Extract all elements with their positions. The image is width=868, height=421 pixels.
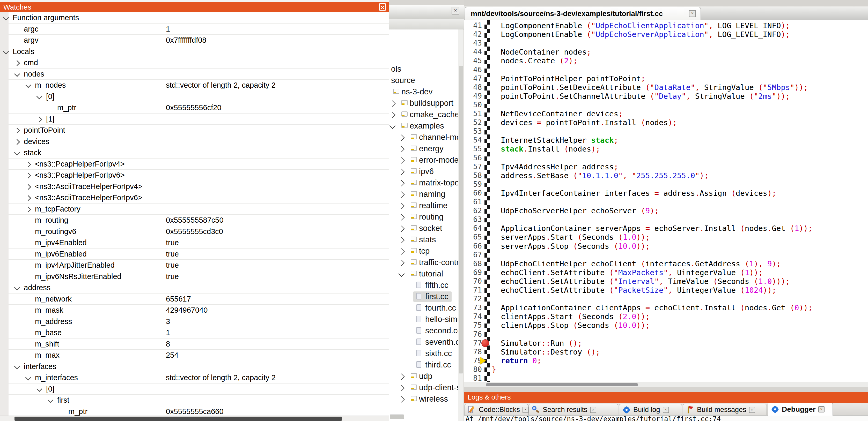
watch-row[interactable]: stack [8, 147, 389, 159]
watch-row[interactable]: m_base1 [8, 327, 389, 338]
watch-row[interactable]: argc1 [8, 24, 389, 35]
code-line[interactable]: 42 LogComponentEnable ("UdpEchoServerApp… [464, 30, 868, 39]
code-line[interactable]: 43 [464, 39, 868, 47]
code-text[interactable]: return 0; [492, 356, 541, 365]
watch-row[interactable]: <ns3::AsciiTraceHelperForIpv4> [8, 181, 389, 192]
close-icon[interactable]: × [379, 3, 386, 10]
line-number[interactable]: 42 [464, 30, 482, 39]
watch-row[interactable]: m_shift8 [8, 338, 389, 350]
code-line[interactable]: 74 clientApps.Start (Seconds (2.0)); [464, 312, 868, 321]
tree-item-first-cc[interactable]: first.cc [389, 291, 458, 302]
line-number[interactable]: 74 [464, 312, 482, 321]
line-number[interactable]: 64 [464, 224, 482, 233]
tree-item-error-model[interactable]: error-model [389, 154, 458, 166]
code-line[interactable]: 60 Ipv4InterfaceContainer interfaces = a… [464, 189, 868, 198]
code-line[interactable]: 58 address.SetBase ("10.1.1.0", "255.255… [464, 171, 868, 180]
watch-row[interactable]: [1] [8, 114, 389, 125]
tree-item-udp[interactable]: udp [389, 370, 458, 382]
code-line[interactable]: 52 devices = pointToPoint.Install (nodes… [464, 118, 868, 127]
watch-row[interactable]: <ns3::PcapHelperForIpv6> [8, 170, 389, 181]
watch-row[interactable]: m_address3 [8, 316, 389, 327]
code-line[interactable]: 81 [464, 374, 868, 382]
log-tab-build-messages[interactable]: Build messages× [683, 404, 767, 415]
code-text[interactable]: address.SetBase ("10.1.1.0", "255.255.25… [492, 171, 709, 180]
code-line[interactable]: 65 serverApps.Start (Seconds (1.0)); [464, 233, 868, 241]
code-line[interactable]: 55 stack.Install (nodes); [464, 144, 868, 153]
line-number[interactable]: 51 [464, 109, 482, 118]
close-icon[interactable]: × [818, 406, 825, 413]
line-number[interactable]: 63 [464, 215, 482, 224]
line-number[interactable]: 54 [464, 136, 482, 144]
watch-row[interactable]: Function arguments [8, 12, 389, 24]
watch-row[interactable]: m_ptr0x5555555ca660 [8, 406, 389, 416]
code-line[interactable]: 71 echoClient.SetAttribute ("PacketSize"… [464, 286, 868, 295]
chevron-right-icon[interactable] [36, 117, 42, 122]
line-number[interactable]: 58 [464, 171, 482, 180]
watches-hscrollbar[interactable] [0, 416, 389, 421]
tree-item-realtime[interactable]: realtime [389, 200, 458, 211]
chevron-right-icon[interactable] [398, 157, 404, 163]
watch-row[interactable]: m_routing0x555555587c50 [8, 215, 389, 226]
tree-item-socket[interactable]: socket [389, 223, 458, 234]
chevron-right-icon[interactable] [398, 385, 404, 391]
line-number[interactable]: 60 [464, 189, 482, 198]
tree-item-examples[interactable]: examples [389, 120, 458, 132]
chevron-right-icon[interactable] [14, 139, 20, 145]
tree-item-buildsupport[interactable]: buildsupport [389, 97, 458, 109]
tree-item-tcp[interactable]: tcp [389, 246, 458, 257]
chevron-down-icon[interactable] [398, 270, 404, 277]
watch-row[interactable]: nodes [8, 68, 389, 80]
code-line[interactable]: 59 [464, 180, 868, 189]
chevron-down-icon[interactable] [25, 82, 31, 88]
watch-row[interactable]: interfaces [8, 361, 389, 373]
tree-item-fifth-cc[interactable]: fifth.cc [389, 280, 458, 291]
code-text[interactable]: echoClient.SetAttribute ("PacketSize", U… [492, 286, 776, 295]
chevron-right-icon[interactable] [398, 226, 404, 232]
watch-row[interactable]: [0] [8, 384, 389, 395]
tree-item-third-cc[interactable]: third.cc [389, 359, 458, 370]
watch-row[interactable]: <ns3::PcapHelperForIpv4> [8, 159, 389, 170]
line-number[interactable]: 55 [464, 144, 482, 153]
chevron-down-icon[interactable] [14, 150, 20, 156]
code-line[interactable]: 57 Ipv4AddressHelper address; [464, 162, 868, 171]
editor-hscrollbar[interactable] [464, 382, 868, 387]
watch-row[interactable]: m_ipv4ArpJitterEnabledtrue [8, 260, 389, 271]
chevron-right-icon[interactable] [398, 203, 404, 209]
line-number[interactable]: 56 [464, 154, 482, 162]
tree-item-matrix-topolo[interactable]: matrix-topolo [389, 177, 458, 189]
tree-vscrollbar[interactable] [458, 30, 464, 421]
code-text[interactable]: clientApps.Stop (Seconds (10.0)); [492, 321, 650, 330]
line-number[interactable]: 62 [464, 206, 482, 215]
code-line[interactable]: 77 Simulator::Run (); [464, 339, 868, 348]
code-line[interactable]: 62 UdpEchoServerHelper echoServer (9); [464, 206, 868, 215]
code-text[interactable]: devices = pointToPoint.Install (nodes); [492, 118, 677, 127]
scrollbar-thumb[interactable] [486, 383, 638, 386]
chevron-down-icon[interactable] [389, 123, 396, 129]
line-number[interactable]: 76 [464, 330, 482, 339]
chevron-right-icon[interactable] [398, 134, 404, 141]
tree-item-channel-mod[interactable]: channel-mod [389, 132, 458, 143]
code-line[interactable]: 54 InternetStackHelper stack; [464, 136, 868, 144]
code-line[interactable]: 69 echoClient.SetAttribute ("MaxPackets"… [464, 268, 868, 277]
line-number[interactable]: 47 [464, 74, 482, 83]
chevron-right-icon[interactable] [398, 180, 404, 186]
line-number[interactable]: 50 [464, 101, 482, 109]
code-line[interactable]: 41 LogComponentEnable ("UdpEchoClientApp… [464, 21, 868, 30]
code-line[interactable]: 70 echoClient.SetAttribute ("Interval", … [464, 277, 868, 286]
watch-row[interactable]: m_ipv6Enabledtrue [8, 249, 389, 260]
watch-row[interactable]: argv0x7fffffffdf08 [8, 35, 389, 46]
line-number[interactable]: 78 [464, 348, 482, 356]
code-text[interactable]: } [492, 365, 496, 374]
code-text[interactable]: ApplicationContainer serverApps = echoSe… [492, 224, 813, 233]
tree-hscrollbar-thumb[interactable] [390, 415, 404, 419]
line-number[interactable]: 79 [464, 356, 482, 365]
watch-row[interactable]: m_nodesstd::vector of length 2, capacity… [8, 79, 389, 91]
watch-row[interactable]: m_interfacesstd::vector of length 2, cap… [8, 372, 389, 384]
chevron-right-icon[interactable] [398, 146, 404, 152]
tree-item-hello-simul[interactable]: hello-simul [389, 314, 458, 325]
line-number[interactable]: 59 [464, 180, 482, 189]
close-icon[interactable]: × [689, 10, 696, 17]
watch-row[interactable]: <ns3::AsciiTraceHelperForIpv6> [8, 192, 389, 203]
code-line[interactable]: 56 [464, 154, 868, 162]
line-number[interactable]: 71 [464, 286, 482, 295]
